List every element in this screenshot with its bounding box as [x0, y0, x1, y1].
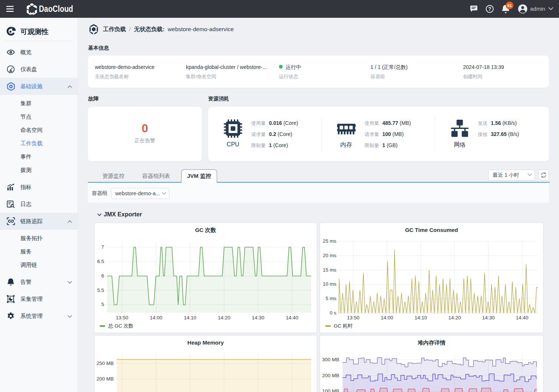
- svg-text:14:40: 14:40: [516, 315, 529, 320]
- svg-text:200 MB: 200 MB: [96, 376, 114, 382]
- svg-text:总 GC 次数: 总 GC 次数: [108, 323, 133, 329]
- svg-text:14:30: 14:30: [482, 315, 495, 320]
- svg-text:7: 7: [101, 244, 104, 250]
- svg-text:13:50: 13:50: [116, 315, 129, 320]
- svg-text:14:00: 14:00: [150, 315, 162, 320]
- svg-text:10 ms: 10 ms: [323, 281, 336, 287]
- svg-text:200 MB: 200 MB: [322, 373, 339, 378]
- svg-text:GC 耗时: GC 耗时: [334, 323, 353, 329]
- svg-text:25 ms: 25 ms: [323, 238, 336, 244]
- svg-text:5: 5: [101, 302, 104, 307]
- svg-text:?: ?: [488, 6, 492, 12]
- svg-text:14:30: 14:30: [252, 315, 264, 320]
- svg-text:6: 6: [101, 273, 104, 279]
- svg-text:5.5: 5.5: [97, 288, 104, 293]
- svg-text:14:40: 14:40: [286, 315, 299, 320]
- svg-text:5 ms: 5 ms: [326, 296, 337, 301]
- svg-text:300 MB: 300 MB: [322, 357, 339, 362]
- svg-text:14:10: 14:10: [184, 315, 196, 320]
- svg-text:6.5: 6.5: [97, 259, 104, 264]
- svg-text:14:10: 14:10: [415, 315, 427, 320]
- svg-text:100 MB: 100 MB: [322, 388, 339, 392]
- svg-text:14:00: 14:00: [381, 315, 393, 320]
- svg-text:13:50: 13:50: [347, 315, 360, 320]
- svg-text:20 ms: 20 ms: [323, 253, 336, 258]
- svg-text:14:20: 14:20: [218, 315, 230, 320]
- svg-text:0 s: 0 s: [330, 310, 336, 316]
- svg-text:14:20: 14:20: [448, 315, 461, 320]
- svg-text:250 MB: 250 MB: [96, 361, 114, 366]
- svg-text:15 ms: 15 ms: [323, 267, 336, 273]
